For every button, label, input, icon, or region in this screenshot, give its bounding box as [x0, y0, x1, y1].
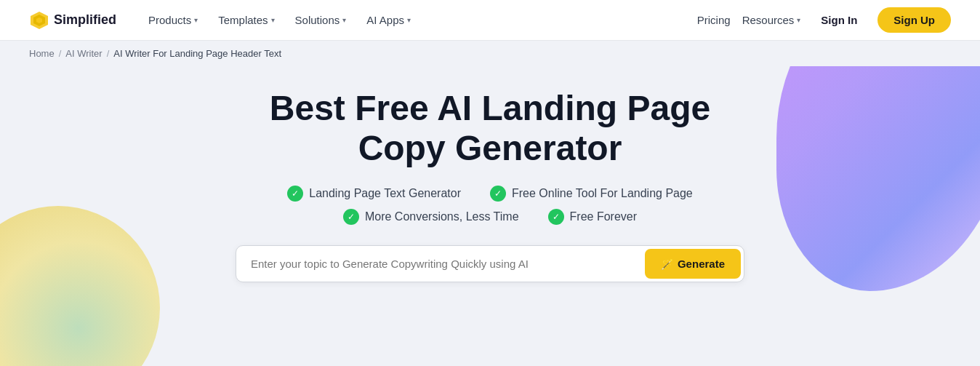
breadcrumb-current: AI Writer For Landing Page Header Text: [113, 48, 281, 59]
search-bar: 🪄 Generate: [236, 245, 744, 282]
chevron-down-icon: ▾: [194, 16, 198, 24]
feature-item-3: ✓ More Conversions, Less Time: [343, 209, 519, 225]
feature-list: ✓ Landing Page Text Generator ✓ Free Onl…: [287, 186, 693, 225]
chevron-down-icon: ▾: [797, 16, 800, 24]
nav-products[interactable]: Products ▾: [140, 8, 206, 32]
search-input[interactable]: [251, 252, 645, 276]
check-icon-2: ✓: [490, 186, 506, 202]
magic-wand-icon: 🪄: [661, 258, 673, 270]
breadcrumb-ai-writer[interactable]: AI Writer: [65, 48, 102, 59]
nav-pricing[interactable]: Pricing: [697, 14, 731, 26]
logo-link[interactable]: Simplified: [29, 10, 116, 31]
nav-items: Products ▾ Templates ▾ Solutions ▾ AI Ap…: [140, 8, 419, 32]
breadcrumb-home[interactable]: Home: [29, 48, 55, 59]
nav-solutions[interactable]: Solutions ▾: [286, 8, 356, 32]
breadcrumb: Home / AI Writer / AI Writer For Landing…: [0, 41, 980, 66]
sign-up-button[interactable]: Sign Up: [877, 7, 951, 33]
logo-text: Simplified: [54, 12, 116, 28]
feature-row-2: ✓ More Conversions, Less Time ✓ Free For…: [287, 209, 693, 225]
chevron-down-icon: ▾: [342, 16, 346, 24]
feature-item-4: ✓ Free Forever: [548, 209, 637, 225]
check-icon-1: ✓: [287, 186, 303, 202]
navbar-left: Simplified Products ▾ Templates ▾ Soluti…: [29, 8, 419, 32]
nav-templates[interactable]: Templates ▾: [209, 8, 283, 32]
check-icon-4: ✓: [548, 209, 564, 225]
logo-icon: [29, 10, 49, 31]
breadcrumb-sep-2: /: [107, 48, 110, 59]
navbar-right: Pricing Resources ▾ Sign In Sign Up: [697, 7, 951, 33]
generate-button[interactable]: 🪄 Generate: [645, 249, 741, 279]
nav-resources[interactable]: Resources ▾: [742, 14, 801, 26]
chevron-down-icon: ▾: [407, 16, 411, 24]
nav-ai-apps[interactable]: AI Apps ▾: [358, 8, 419, 32]
sign-in-button[interactable]: Sign In: [812, 8, 866, 32]
feature-item-1: ✓ Landing Page Text Generator: [287, 186, 461, 202]
hero-title: Best Free AI Landing Page Copy Generator: [236, 88, 744, 168]
feature-row-1: ✓ Landing Page Text Generator ✓ Free Onl…: [287, 186, 693, 202]
feature-item-2: ✓ Free Online Tool For Landing Page: [490, 186, 693, 202]
check-icon-3: ✓: [343, 209, 359, 225]
navbar: Simplified Products ▾ Templates ▾ Soluti…: [0, 0, 980, 41]
breadcrumb-sep-1: /: [59, 48, 62, 59]
hero-section: Best Free AI Landing Page Copy Generator…: [0, 66, 980, 297]
chevron-down-icon: ▾: [271, 16, 275, 24]
